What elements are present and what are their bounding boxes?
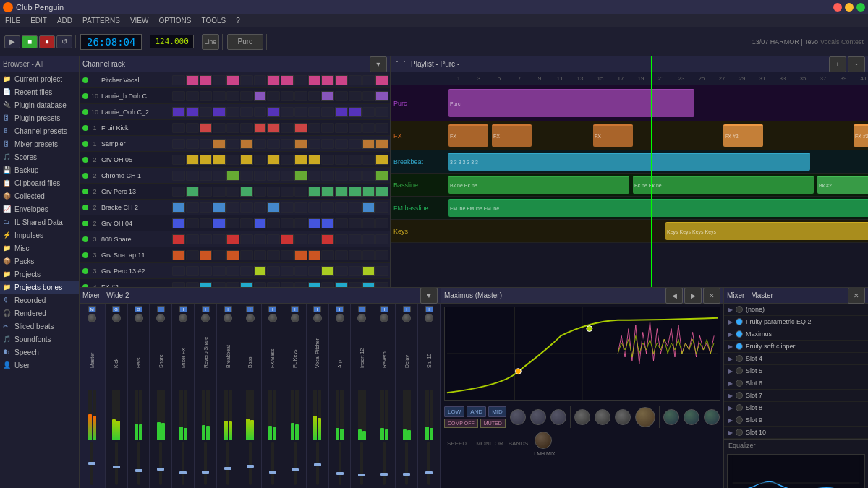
ch-pad[interactable]	[335, 250, 348, 260]
ch-pad[interactable]	[226, 250, 239, 260]
ch-pad[interactable]	[335, 75, 348, 85]
ch-pad[interactable]	[254, 250, 267, 260]
ch-pad[interactable]	[362, 266, 375, 276]
fx-toggle[interactable]	[736, 404, 743, 411]
ch-pad[interactable]	[186, 266, 199, 276]
ch-pad[interactable]	[321, 155, 334, 165]
ch-pad[interactable]	[335, 218, 348, 228]
ch-pad[interactable]	[321, 218, 334, 228]
fx-item[interactable]: ▶ Slot 8	[724, 402, 868, 414]
sidebar-item-clipboard-files[interactable]: 📋Clipboard files	[0, 176, 79, 189]
ch-pad[interactable]	[226, 75, 239, 85]
ch-pad[interactable]	[200, 139, 213, 149]
ch-pad[interactable]	[267, 234, 280, 244]
ch-pad[interactable]	[281, 91, 294, 101]
ch-pad[interactable]	[226, 139, 239, 149]
ch-pad[interactable]	[308, 250, 321, 260]
ch-pad[interactable]	[267, 139, 280, 149]
mixer-menu[interactable]: ▼	[420, 288, 438, 304]
fx-toggle[interactable]	[736, 380, 743, 387]
ch-pad[interactable]	[186, 282, 199, 288]
ch-pad[interactable]	[226, 218, 239, 228]
playlist-track-content[interactable]: FXFXFXFX #2FX #2FX #2	[448, 121, 868, 150]
ch-pad[interactable]	[200, 75, 213, 85]
menu-item-view[interactable]: VIEW	[128, 17, 151, 25]
ch-pad[interactable]	[335, 91, 348, 101]
ch-pad[interactable]	[308, 234, 321, 244]
ch-pad[interactable]	[213, 75, 226, 85]
ch-pad[interactable]	[375, 139, 388, 149]
ch-pad[interactable]	[321, 266, 334, 276]
ch-pad[interactable]	[200, 187, 213, 197]
mixer-pan-knob[interactable]	[246, 314, 255, 322]
post-knob[interactable]	[550, 409, 566, 425]
ch-pad[interactable]	[294, 75, 307, 85]
playlist-zoom-out[interactable]: -	[848, 56, 865, 72]
ch-pad[interactable]	[226, 282, 239, 288]
ch-pad[interactable]	[294, 282, 307, 288]
ch-pad[interactable]	[281, 250, 294, 260]
ch-pad[interactable]	[254, 218, 267, 228]
sidebar-item-sliced-beats[interactable]: ✂Sliced beats	[0, 320, 79, 333]
ch-pad[interactable]	[321, 234, 334, 244]
ch-pad[interactable]	[281, 139, 294, 149]
ch-pad[interactable]	[375, 123, 388, 133]
mixer-fader[interactable]	[383, 442, 386, 485]
menu-item-patterns[interactable]: PATTERNS	[80, 17, 122, 25]
ch-pad[interactable]	[375, 250, 388, 260]
ch-pad[interactable]	[294, 171, 307, 181]
gain-knob[interactable]	[530, 409, 546, 425]
ch-pad[interactable]	[186, 91, 199, 101]
ch-pad[interactable]	[240, 107, 253, 117]
mixer-fader[interactable]	[159, 442, 162, 485]
ch-pad[interactable]	[254, 266, 267, 276]
ch-pad[interactable]	[281, 234, 294, 244]
ch-pad[interactable]	[186, 123, 199, 133]
fx-item[interactable]: ▶ Fruity soft clipper	[724, 341, 868, 353]
ch-pad[interactable]	[349, 218, 362, 228]
mixer-channel-btn[interactable]: I	[246, 306, 254, 312]
ch-pad[interactable]	[362, 282, 375, 288]
mixer-pan-knob[interactable]	[357, 314, 366, 322]
ch-pad[interactable]	[335, 202, 348, 213]
ch-pad[interactable]	[362, 123, 375, 133]
mixer-pan-knob[interactable]	[425, 314, 433, 322]
sidebar-item-il-shared-data[interactable]: 🗂IL Shared Data	[0, 215, 79, 228]
fx-item[interactable]: ▶ Slot 4	[724, 353, 868, 365]
ch-pad[interactable]	[254, 187, 267, 197]
ch-led[interactable]	[82, 221, 88, 226]
sidebar-item-current-project[interactable]: 📁Current project	[0, 72, 79, 85]
ch-pad[interactable]	[294, 218, 307, 228]
ch-pad[interactable]	[200, 91, 213, 101]
ch-pad[interactable]	[186, 155, 199, 165]
low-freq-knob[interactable]	[684, 409, 699, 425]
ch-pad[interactable]	[375, 266, 388, 276]
ch-pad[interactable]	[335, 155, 348, 165]
ch-pad[interactable]	[172, 218, 185, 228]
ch-pad[interactable]	[308, 139, 321, 149]
line-mode-btn[interactable]: Line	[202, 34, 219, 50]
sidebar-item-impulses[interactable]: ⚡Impulses	[0, 228, 79, 241]
ch-pad[interactable]	[240, 282, 253, 288]
maximus-close[interactable]: ✕	[703, 288, 720, 304]
mixer-pan-knob[interactable]	[402, 314, 411, 322]
mixer-pan-knob[interactable]	[268, 314, 277, 322]
ch-led[interactable]	[82, 284, 88, 288]
comp-off-btn[interactable]: COMP OFF	[444, 419, 478, 428]
playlist-block[interactable]: FX #2	[854, 124, 868, 147]
mid-band-btn[interactable]: MID	[488, 406, 506, 417]
high-knob[interactable]	[704, 409, 720, 425]
sidebar-item-recent-files[interactable]: 📄Recent files	[0, 85, 79, 98]
att-knob[interactable]	[574, 409, 590, 425]
ch-pad[interactable]	[321, 107, 334, 117]
lmh-mix-knob[interactable]	[535, 432, 552, 449]
mixer-channel-btn[interactable]: G	[135, 306, 142, 312]
ch-pad[interactable]	[226, 202, 239, 213]
muted-btn[interactable]: MUTED	[480, 419, 506, 428]
sustain-knob[interactable]	[635, 407, 655, 427]
ch-pad[interactable]	[362, 139, 375, 149]
menu-item-file[interactable]: FILE	[3, 17, 22, 25]
ch-pad[interactable]	[375, 107, 388, 117]
mixer-fader[interactable]	[90, 442, 93, 485]
ch-pad[interactable]	[308, 155, 321, 165]
